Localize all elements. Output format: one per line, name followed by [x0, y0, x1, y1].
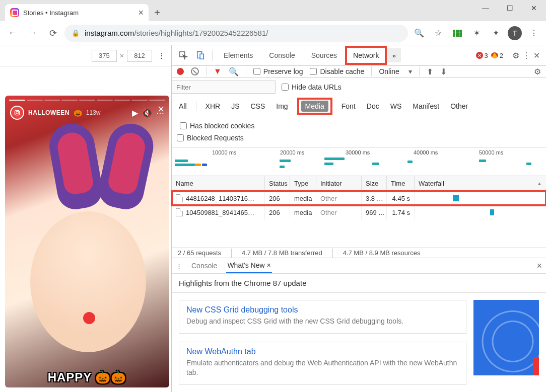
viewport-width-input[interactable] — [92, 50, 117, 62]
drawer-close-icon[interactable]: × — [536, 261, 542, 271]
window-titlebar: Stories • Instagram × + — ☐ ✕ — [0, 0, 546, 21]
viewport-height-input[interactable] — [127, 50, 152, 62]
close-tab-icon[interactable]: × — [267, 261, 271, 269]
url-input[interactable]: 🔒 instagram.com/stories/highlights/17920… — [64, 25, 408, 42]
whats-new-card[interactable]: New CSS Grid debugging tools Debug and i… — [179, 300, 466, 334]
clear-button[interactable] — [191, 67, 199, 75]
story-avatar[interactable] — [10, 106, 24, 120]
tab-title: Stories • Instagram — [23, 9, 134, 17]
filter-font[interactable]: Font — [339, 101, 358, 112]
more-tabs-icon[interactable]: » — [387, 48, 401, 62]
profile-avatar[interactable]: T — [507, 25, 523, 41]
error-count[interactable]: ✕3 — [476, 52, 488, 59]
filter-ws[interactable]: WS — [388, 101, 404, 112]
story-menu-icon[interactable]: ⋯ — [156, 108, 164, 118]
minimize-button[interactable]: — — [473, 0, 498, 16]
network-settings-icon[interactable]: ⚙ — [534, 67, 541, 76]
devtools-close-icon[interactable]: ✕ — [533, 51, 540, 60]
tab-console[interactable]: Console — [261, 45, 303, 65]
instagram-icon — [10, 8, 19, 17]
filter-js[interactable]: JS — [229, 101, 241, 112]
record-button[interactable] — [177, 68, 184, 75]
col-size[interactable]: Size — [362, 176, 387, 191]
maximize-button[interactable]: ☐ — [498, 0, 522, 16]
back-button[interactable]: ← — [4, 25, 21, 42]
card-desc: Debug and inspect CSS Grid with the new … — [186, 317, 459, 326]
url-path: /stories/highlights/17920025452226581/ — [134, 29, 268, 37]
filter-media[interactable]: Media — [301, 101, 328, 112]
device-toggle-icon[interactable] — [192, 47, 209, 64]
devtools-settings-icon[interactable]: ⚙ — [512, 51, 519, 60]
whats-new-card[interactable]: New WebAuthn tab Emulate authenticators … — [179, 342, 466, 385]
happy-text: HAPPY 🎃🎃 — [48, 370, 127, 384]
blocked-requests-checkbox[interactable]: Blocked Requests — [172, 134, 541, 142]
devtools-menu-icon[interactable]: ⋮ — [522, 51, 530, 60]
dimension-x: × — [120, 52, 124, 60]
file-icon — [176, 194, 183, 202]
tab-network[interactable]: Network — [345, 46, 387, 65]
extensions-icon[interactable]: ✦ — [488, 25, 504, 41]
extension-bug-icon[interactable]: ✶ — [468, 25, 485, 41]
filter-input[interactable] — [172, 81, 276, 94]
zoom-icon[interactable]: 🔍 — [411, 25, 427, 41]
filter-all[interactable]: All — [177, 101, 189, 112]
preserve-log-checkbox[interactable]: Preserve log — [253, 67, 303, 75]
lock-icon: 🔒 — [72, 29, 80, 37]
device-bar-menu-icon[interactable]: ⋮ — [155, 52, 167, 59]
drawer-tab-console[interactable]: Console — [190, 259, 218, 273]
inspect-element-icon[interactable] — [175, 47, 192, 64]
col-initiator[interactable]: Initiator — [316, 176, 362, 191]
filter-xhr[interactable]: XHR — [203, 101, 223, 112]
tab-elements[interactable]: Elements — [216, 45, 261, 65]
bunny-ear — [46, 120, 105, 212]
table-row[interactable]: 104509881_8941465… 206 media Other 969 …… — [172, 205, 546, 219]
close-tab-icon[interactable]: × — [138, 8, 144, 17]
close-window-button[interactable]: ✕ — [522, 0, 546, 16]
url-domain: instagram.com — [85, 29, 134, 37]
table-header: Name Status Type Initiator Size Time Wat… — [172, 176, 546, 191]
svg-point-2 — [19, 111, 19, 111]
new-tab-button[interactable]: + — [149, 4, 166, 21]
filter-other[interactable]: Other — [448, 101, 470, 112]
browser-tab[interactable]: Stories • Instagram × — [5, 4, 149, 21]
filter-img[interactable]: Img — [274, 101, 290, 112]
transferred-size: 4.7 MB / 7.8 MB transferred — [242, 249, 322, 257]
bookmark-icon[interactable]: ☆ — [430, 25, 446, 41]
extension-grid-icon[interactable] — [449, 25, 465, 41]
drawer-menu-icon[interactable]: ⋮ — [176, 262, 182, 270]
col-time[interactable]: Time — [387, 176, 415, 191]
request-count: 2 / 65 requests — [178, 249, 221, 257]
card-desc: Emulate authenticators and debug the Web… — [186, 358, 459, 377]
col-name[interactable]: Name — [172, 176, 265, 191]
chrome-menu-icon[interactable]: ⋮ — [526, 25, 542, 41]
play-icon[interactable]: ▶ — [132, 108, 138, 118]
filter-doc[interactable]: Doc — [365, 101, 381, 112]
warning-count[interactable]: 2 — [491, 52, 503, 59]
drawer-tab-whats-new[interactable]: What's New × — [226, 258, 271, 273]
window-controls: — ☐ ✕ — [473, 0, 546, 16]
table-row[interactable]: 44816248_11403716… 206 media Other 3.8 …… — [172, 191, 546, 205]
reload-button[interactable]: ⟳ — [44, 25, 61, 42]
hide-data-urls-checkbox[interactable]: Hide data URLs — [282, 83, 342, 91]
col-type[interactable]: Type — [290, 176, 316, 191]
instagram-story[interactable]: × HALLOWEEN 🎃 113w ▶ 🔇 ⋯ HAPPY 🎃🎃 — [5, 96, 169, 387]
upload-har-icon[interactable]: ⬆ — [427, 67, 433, 76]
col-waterfall[interactable]: Waterfall▲ — [415, 176, 546, 191]
filter-css[interactable]: CSS — [248, 101, 267, 112]
address-bar: ← → ⟳ 🔒 instagram.com/stories/highlights… — [0, 21, 546, 45]
blocked-cookies-checkbox[interactable]: Has blocked cookies — [180, 122, 254, 130]
search-icon[interactable]: 🔍 — [229, 67, 239, 76]
filter-manifest[interactable]: Manifest — [411, 101, 441, 112]
bunny-ear — [95, 120, 157, 213]
throttling-select[interactable]: Online▾ — [379, 67, 412, 75]
download-har-icon[interactable]: ⬇ — [440, 67, 447, 76]
col-status[interactable]: Status — [265, 176, 290, 191]
network-timeline[interactable]: 10000 ms 20000 ms 30000 ms 40000 ms 5000… — [172, 147, 546, 176]
disable-cache-checkbox[interactable]: Disable cache — [310, 67, 364, 75]
forward-button: → — [24, 25, 41, 42]
mute-icon[interactable]: 🔇 — [142, 108, 152, 118]
resources-size: 4.7 MB / 8.9 MB resources — [343, 249, 421, 257]
whats-new-headline: Highlights from the Chrome 87 update — [172, 274, 546, 293]
filter-icon[interactable]: ▼ — [214, 67, 222, 76]
tab-sources[interactable]: Sources — [303, 45, 345, 65]
